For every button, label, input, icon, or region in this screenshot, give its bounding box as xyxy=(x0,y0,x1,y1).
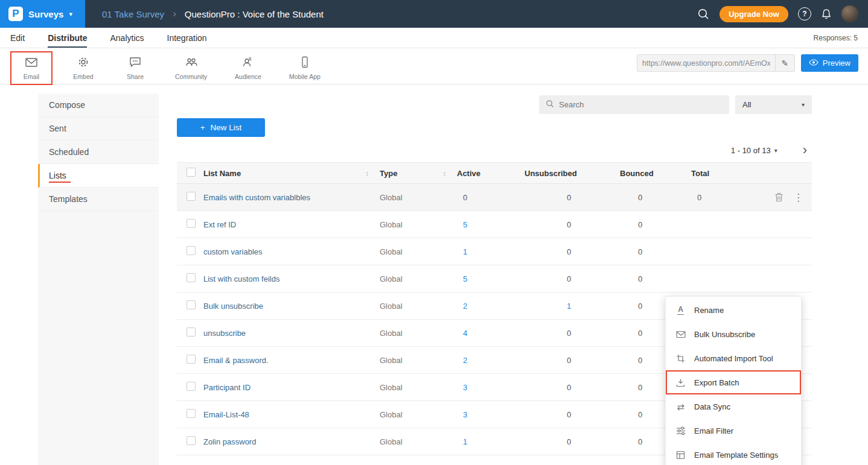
avatar[interactable] xyxy=(841,5,858,22)
notifications-bell-icon[interactable] xyxy=(821,8,832,20)
toolbar-item-audience[interactable]: $ Audience xyxy=(228,53,269,83)
unsubscribed-count[interactable]: 0 xyxy=(525,274,620,283)
unsubscribed-count[interactable]: 0 xyxy=(525,383,620,392)
breadcrumb-survey-link[interactable]: 01 Take Survey xyxy=(102,9,164,19)
tab-edit[interactable]: Edit xyxy=(10,28,25,48)
chevron-right-icon: › xyxy=(173,8,176,20)
automated-import-icon xyxy=(675,354,686,363)
survey-url-input[interactable] xyxy=(637,59,775,68)
trash-icon[interactable] xyxy=(774,192,783,202)
sidebar-item-label: Compose xyxy=(49,100,85,110)
bounced-count[interactable]: 0 xyxy=(620,220,691,229)
list-name-link[interactable]: custom variables xyxy=(203,247,263,256)
search-icon[interactable] xyxy=(697,8,710,21)
row-checkbox[interactable] xyxy=(187,327,196,337)
unsubscribed-count[interactable]: 0 xyxy=(525,329,620,338)
pagination-dropdown[interactable]: 1 - 10 of 13 ▾ xyxy=(731,146,777,155)
unsubscribed-count[interactable]: 0 xyxy=(525,247,620,256)
select-all-checkbox[interactable] xyxy=(187,168,196,177)
unsubscribed-count[interactable]: 0 xyxy=(525,193,620,202)
menu-item-rename[interactable]: A Rename xyxy=(666,298,801,322)
bounced-count[interactable]: 0 xyxy=(620,247,691,256)
list-name-link[interactable]: Email & password. xyxy=(203,356,269,365)
unsubscribed-count[interactable]: 0 xyxy=(525,437,620,446)
product-menu[interactable]: P Surveys ▾ xyxy=(0,0,85,28)
active-count[interactable]: 2 xyxy=(457,356,525,365)
edit-url-pencil-icon[interactable]: ✎ xyxy=(775,55,794,71)
row-checkbox[interactable] xyxy=(187,436,196,445)
active-count[interactable]: 5 xyxy=(457,274,525,283)
list-name-link[interactable]: Email-List-48 xyxy=(203,410,249,419)
unsubscribed-count[interactable]: 0 xyxy=(525,410,620,419)
menu-item-label: Export Batch xyxy=(694,378,739,387)
sort-icon[interactable]: ↕ xyxy=(366,169,369,177)
row-checkbox[interactable] xyxy=(187,409,196,418)
bounced-count[interactable]: 0 xyxy=(620,193,691,202)
list-filter-dropdown[interactable]: All ▾ xyxy=(735,95,812,114)
toolbar-item-community[interactable]: Community xyxy=(168,53,214,83)
toolbar-item-embed[interactable]: Embed xyxy=(64,53,103,83)
menu-item-email-filter[interactable]: Email Filter xyxy=(666,419,801,443)
sidebar-item-scheduled[interactable]: Scheduled xyxy=(38,141,159,164)
search-input[interactable] xyxy=(559,100,723,109)
list-name-link[interactable]: Participant ID xyxy=(203,383,251,392)
row-checkbox[interactable] xyxy=(187,300,196,309)
unsubscribed-count[interactable]: 0 xyxy=(525,220,620,229)
bounced-count[interactable]: 0 xyxy=(620,274,691,283)
toolbar-item-email[interactable]: Email xyxy=(12,53,51,83)
active-count[interactable]: 4 xyxy=(457,329,525,338)
list-name-link[interactable]: Zolin password xyxy=(203,437,256,446)
new-list-button[interactable]: + New List xyxy=(177,118,265,137)
upgrade-now-button[interactable]: Upgrade Now xyxy=(720,6,788,22)
list-name-link[interactable]: List with custom feilds xyxy=(203,274,279,283)
tab-analytics[interactable]: Analytics xyxy=(110,28,144,48)
active-count[interactable]: 5 xyxy=(457,220,525,229)
help-icon[interactable]: ? xyxy=(798,7,811,21)
sidebar-item-templates[interactable]: Templates xyxy=(38,188,159,211)
active-count[interactable]: 0 xyxy=(457,193,525,202)
unsubscribed-count[interactable]: 1 xyxy=(525,302,620,311)
sort-icon[interactable]: ↕ xyxy=(443,169,447,177)
next-page-chevron[interactable]: › xyxy=(803,144,807,156)
kebab-menu-icon[interactable]: ⋮ xyxy=(793,192,803,203)
active-count[interactable]: 1 xyxy=(457,247,525,256)
row-checkbox[interactable] xyxy=(187,273,196,282)
list-name-link[interactable]: unsubscribe xyxy=(203,329,246,338)
active-count[interactable]: 3 xyxy=(457,410,525,419)
preview-button[interactable]: Preview xyxy=(801,54,858,72)
sidebar-item-label: Lists xyxy=(49,171,66,180)
active-count[interactable]: 1 xyxy=(457,437,525,446)
row-checkbox[interactable] xyxy=(187,382,196,391)
toolbar-item-label: Share xyxy=(127,73,144,80)
row-checkbox[interactable] xyxy=(187,355,196,364)
list-name-link[interactable]: Emails with custom variablbles xyxy=(203,193,310,202)
unsubscribed-count[interactable]: 0 xyxy=(525,356,620,365)
svg-text:$: $ xyxy=(249,56,252,62)
total-count[interactable]: 0 xyxy=(691,193,759,202)
rename-icon: A xyxy=(675,305,686,315)
list-name-link[interactable]: Bulk unsubscribe xyxy=(203,302,263,311)
toolbar-right: ✎ Preview xyxy=(637,53,858,72)
list-type: Global xyxy=(380,302,457,311)
list-name-link[interactable]: Ext ref ID xyxy=(203,220,236,229)
toolbar-item-mobile-app[interactable]: Mobile App xyxy=(282,53,328,83)
tab-integration[interactable]: Integration xyxy=(167,28,207,48)
search-icon xyxy=(546,100,554,110)
chevron-down-icon: ▾ xyxy=(802,101,805,108)
menu-item-automated-import-tool[interactable]: Automated Import Tool xyxy=(666,346,801,370)
toolbar-item-share[interactable]: Share xyxy=(116,53,155,83)
menu-item-data-sync[interactable]: ⇄ Data Sync xyxy=(666,394,801,419)
active-count[interactable]: 3 xyxy=(457,383,525,392)
menu-item-export-batch[interactable]: Export Batch xyxy=(666,370,801,394)
active-count[interactable]: 2 xyxy=(457,302,525,311)
row-checkbox[interactable] xyxy=(187,192,196,201)
sidebar-item-sent[interactable]: Sent xyxy=(38,117,159,141)
row-checkbox[interactable] xyxy=(187,219,196,228)
table-row: Emails with custom variablbles Global 0 … xyxy=(177,184,812,211)
row-checkbox[interactable] xyxy=(187,246,196,255)
tab-distribute[interactable]: Distribute xyxy=(48,28,87,48)
sidebar-item-compose[interactable]: Compose xyxy=(38,93,159,117)
menu-item-email-template-settings[interactable]: Email Template Settings xyxy=(666,443,801,465)
menu-item-bulk-unsubscribe[interactable]: Bulk Unsubscribe xyxy=(666,322,801,346)
sidebar-item-lists[interactable]: Lists xyxy=(38,164,159,188)
